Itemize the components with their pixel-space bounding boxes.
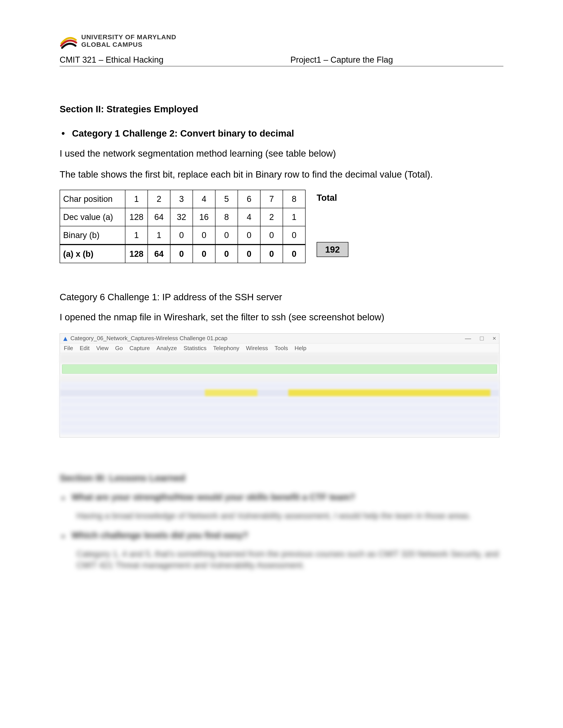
wireshark-fin-icon [63,336,68,341]
menu-analyze[interactable]: Analyze [156,345,177,352]
packet-row-highlighted[interactable] [60,389,499,397]
institution-header: UNIVERSITY OF MARYLAND GLOBAL CAMPUS [60,32,503,50]
bullet-icon: • [61,530,65,542]
menu-help[interactable]: Help [295,345,306,352]
wireshark-menubar: File Edit View Go Capture Analyze Statis… [60,343,499,353]
binary-table: Char position 1 2 3 4 5 6 7 8 Dec value … [60,190,306,263]
blurred-q1: What are your strengths/How would your s… [71,492,355,504]
packet-row[interactable] [60,397,499,404]
wireshark-titlebar: Category_06_Network_Captures-Wireless Ch… [60,334,499,343]
category-1-bullet: • Category 1 Challenge 2: Convert binary… [60,128,503,139]
packet-row[interactable] [60,382,499,389]
category-6-para-1: I opened the nmap file in Wireshark, set… [60,311,503,323]
wireshark-file-title: Category_06_Network_Captures-Wireless Ch… [70,335,227,342]
category-6-heading: Category 6 Challenge 1: IP address of th… [60,292,503,302]
wireshark-window: Category_06_Network_Captures-Wireless Ch… [60,333,499,437]
menu-telephony[interactable]: Telephony [213,345,239,352]
category-1-para-1: I used the network segmentation method l… [60,148,503,160]
umgc-logo [60,32,77,50]
packet-row[interactable] [60,404,499,412]
wireshark-filter-bar[interactable] [62,364,497,374]
bullet-icon: • [61,492,65,504]
section-3-blurred: Section III: Lessons Learned • What are … [60,473,503,571]
table-row: Char position 1 2 3 4 5 6 7 8 [60,190,305,208]
total-value: 192 [317,242,349,257]
institution-line2: GLOBAL CAMPUS [81,41,176,49]
packet-row[interactable] [60,427,499,434]
project-title: Project1 – Capture the Flag [290,55,503,65]
window-controls: — □ × [465,335,496,342]
institution-name: UNIVERSITY OF MARYLAND GLOBAL CAMPUS [81,33,176,49]
menu-file[interactable]: File [64,345,73,352]
section-2-title: Section II: Strategies Employed [60,104,503,114]
section-3-title: Section III: Lessons Learned [60,473,503,483]
minimize-icon[interactable]: — [465,335,471,342]
menu-tools[interactable]: Tools [274,345,288,352]
menu-capture[interactable]: Capture [129,345,150,352]
menu-edit[interactable]: Edit [80,345,90,352]
wireshark-toolbar [60,353,499,364]
page-header: CMIT 321 – Ethical Hacking Project1 – Ca… [60,55,503,66]
blurred-a2: Category 1, 4 and 5, that's something le… [76,548,503,571]
menu-view[interactable]: View [96,345,109,352]
close-icon[interactable]: × [493,335,496,342]
total-label: Total [317,193,349,203]
total-column: Total 192 [306,190,349,257]
table-row: Binary (b) 1 1 0 0 0 0 0 0 [60,226,305,245]
table-row: Dec value (a) 128 64 32 16 8 4 2 1 [60,208,305,226]
menu-go[interactable]: Go [115,345,123,352]
wireshark-column-headers [60,375,499,382]
wireshark-packet-list [60,382,499,434]
institution-line1: UNIVERSITY OF MARYLAND [81,33,176,41]
course-code: CMIT 321 – Ethical Hacking [60,55,290,65]
menu-statistics[interactable]: Statistics [183,345,206,352]
menu-wireless[interactable]: Wireless [246,345,268,352]
blurred-a1: Having a broad knowledge of Network and … [76,510,503,522]
table-row-result: (a) x (b) 128 64 0 0 0 0 0 0 [60,245,305,263]
category-1-para-2: The table shows the first bit, replace e… [60,169,503,181]
maximize-icon[interactable]: □ [480,335,484,342]
binary-table-wrap: Char position 1 2 3 4 5 6 7 8 Dec value … [60,190,503,263]
blurred-q2: Which challenge levels did you find easy… [71,530,248,542]
category-1-heading: Category 1 Challenge 2: Convert binary t… [72,128,294,139]
packet-row[interactable] [60,412,499,419]
packet-row[interactable] [60,419,499,427]
bullet-icon: • [61,128,65,138]
